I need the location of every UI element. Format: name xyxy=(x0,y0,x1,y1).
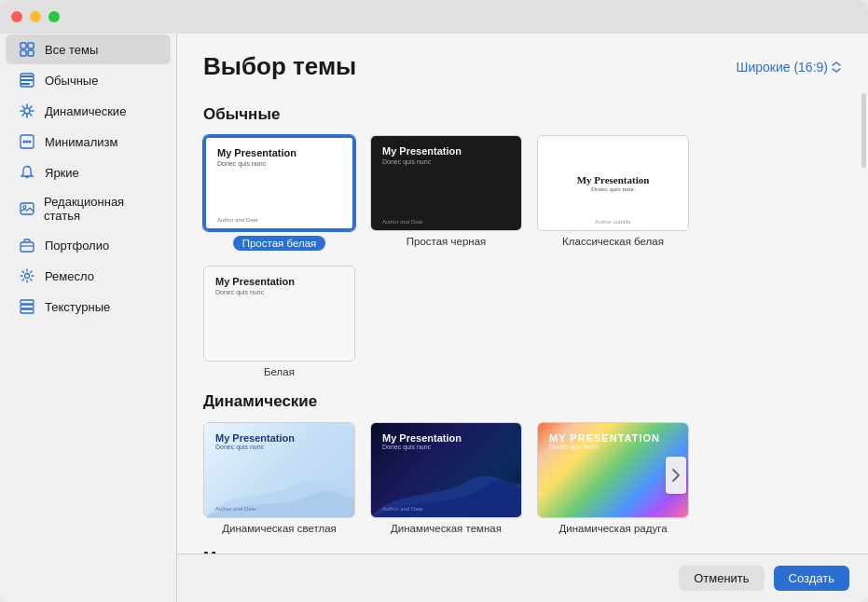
section-dynamic-title: Динамические xyxy=(203,392,842,411)
theme-dyn-light-thumbnail: My Presentation Donec quis nunc Author a… xyxy=(203,422,355,518)
theme-dyn-rainbow-label: Динамическая радуга xyxy=(558,523,667,534)
svg-rect-26 xyxy=(21,300,34,304)
theme-classic-white-label: Классическая белая xyxy=(562,236,664,247)
sidebar-item-all[interactable]: Все темы xyxy=(6,34,171,64)
theme-dyn-dark-label: Динамическая темная xyxy=(391,523,502,534)
sidebar-item-minimalism[interactable]: Минимализм xyxy=(6,127,171,157)
sidebar-item-minimalism-label: Минимализм xyxy=(45,135,117,149)
svg-point-19 xyxy=(26,141,29,144)
sidebar: Все темы Обычные xyxy=(0,0,177,602)
theme-white-thumbnail: My Presentation Donec quis nunc xyxy=(203,266,355,362)
create-button[interactable]: Создать xyxy=(774,566,849,591)
svg-rect-3 xyxy=(28,50,34,56)
themes-scroll-area[interactable]: Обычные My Presentation Donec quis nunc … xyxy=(177,90,868,554)
svg-rect-21 xyxy=(21,203,34,214)
section-standard-title: Обычные xyxy=(203,105,842,124)
svg-rect-27 xyxy=(21,305,34,308)
section-standard: Обычные My Presentation Donec quis nunc … xyxy=(203,105,842,377)
theme-dyn-light[interactable]: My Presentation Donec quis nunc Author a… xyxy=(203,422,355,534)
svg-rect-28 xyxy=(21,309,34,313)
theme-simple-white[interactable]: My Presentation Donec quis nunc Author a… xyxy=(203,135,355,251)
scroll-right-button[interactable] xyxy=(666,457,686,494)
sidebar-item-standard[interactable]: Обычные xyxy=(6,65,171,95)
section-dynamic: Динамические My Presentation Donec quis xyxy=(203,392,842,534)
svg-rect-5 xyxy=(21,79,34,81)
theme-simple-white-label: Простая белая xyxy=(233,236,326,251)
sidebar-item-editorial[interactable]: Редакционная статья xyxy=(6,188,171,229)
chevron-right-icon xyxy=(671,468,681,483)
cancel-button[interactable]: Отменить xyxy=(679,566,764,591)
sidebar-item-craft[interactable]: Ремесло xyxy=(6,261,171,291)
svg-line-13 xyxy=(22,106,24,108)
chevron-updown-icon xyxy=(831,61,842,74)
star-icon xyxy=(19,103,35,119)
theme-dyn-dark[interactable]: My Presentation Donec quis nunc Author a… xyxy=(370,422,522,534)
dots-icon xyxy=(19,133,35,150)
sidebar-item-portfolio[interactable]: Портфолио xyxy=(6,230,171,260)
minimize-button[interactable] xyxy=(30,11,41,22)
theme-white[interactable]: My Presentation Donec quis nunc Белая xyxy=(203,266,355,377)
sidebar-item-portfolio-label: Портфолио xyxy=(45,239,109,253)
close-button[interactable] xyxy=(11,11,22,22)
maximize-button[interactable] xyxy=(48,11,60,22)
theme-classic-white-thumbnail: My Presentation Donec quis nunc Author s… xyxy=(537,135,689,231)
lines-icon xyxy=(19,72,35,89)
sidebar-item-bright-label: Яркие xyxy=(45,166,79,180)
theme-dyn-dark-thumbnail: My Presentation Donec quis nunc Author a… xyxy=(370,422,522,518)
briefcase-icon xyxy=(19,237,35,253)
theme-simple-white-thumbnail: My Presentation Donec quis nunc Author a… xyxy=(203,135,355,231)
svg-line-14 xyxy=(30,114,32,116)
sidebar-item-dynamic-label: Динамические xyxy=(45,104,126,118)
standard-themes-grid: My Presentation Donec quis nunc Author a… xyxy=(203,135,842,377)
sidebar-item-bright[interactable]: Яркие xyxy=(6,157,171,187)
sidebar-item-standard-label: Обычные xyxy=(45,74,98,88)
svg-rect-1 xyxy=(28,43,34,48)
scrollbar-thumb xyxy=(861,93,866,168)
svg-rect-4 xyxy=(21,75,34,77)
main-content: Выбор темы Широкие (16:9) Обычные My Pre… xyxy=(177,0,868,602)
sidebar-item-all-label: Все темы xyxy=(45,43,98,57)
titlebar xyxy=(0,0,868,34)
svg-line-15 xyxy=(30,106,32,108)
footer: Отменить Создать xyxy=(177,554,868,602)
main-header: Выбор темы Широкие (16:9) xyxy=(177,34,868,90)
page-title: Выбор темы xyxy=(203,52,356,81)
sidebar-item-craft-label: Ремесло xyxy=(45,269,94,283)
svg-rect-6 xyxy=(21,83,30,85)
grid-icon xyxy=(19,41,35,58)
svg-rect-0 xyxy=(21,43,26,48)
layers-icon xyxy=(19,298,35,315)
photo-icon xyxy=(19,200,34,217)
aspect-ratio-label: Широкие (16:9) xyxy=(737,60,828,75)
gear-icon xyxy=(19,267,35,284)
svg-point-25 xyxy=(25,274,30,279)
svg-point-8 xyxy=(24,108,30,114)
aspect-ratio-selector[interactable]: Широкие (16:9) xyxy=(737,60,842,75)
svg-point-18 xyxy=(23,141,26,144)
bell-icon xyxy=(19,164,35,181)
svg-rect-23 xyxy=(21,242,34,252)
svg-rect-2 xyxy=(21,50,26,56)
sidebar-item-editorial-label: Редакционная статья xyxy=(44,195,158,223)
theme-simple-black-label: Простая черная xyxy=(406,236,487,247)
theme-classic-white[interactable]: My Presentation Donec quis nunc Author s… xyxy=(537,135,689,251)
sidebar-item-textured[interactable]: Текстурные xyxy=(6,292,171,322)
theme-simple-black-thumbnail: My Presentation Donec quis nunc Author a… xyxy=(370,135,522,231)
dynamic-themes-grid: My Presentation Donec quis nunc Author a… xyxy=(203,422,842,534)
svg-point-22 xyxy=(23,206,26,209)
svg-point-20 xyxy=(29,141,32,144)
theme-dyn-light-label: Динамическая светлая xyxy=(222,523,337,534)
sidebar-item-textured-label: Текстурные xyxy=(45,300,110,314)
theme-white-label: Белая xyxy=(264,366,295,377)
sidebar-item-dynamic[interactable]: Динамические xyxy=(6,96,171,126)
svg-line-16 xyxy=(22,114,24,116)
theme-simple-black[interactable]: My Presentation Donec quis nunc Author a… xyxy=(370,135,522,251)
